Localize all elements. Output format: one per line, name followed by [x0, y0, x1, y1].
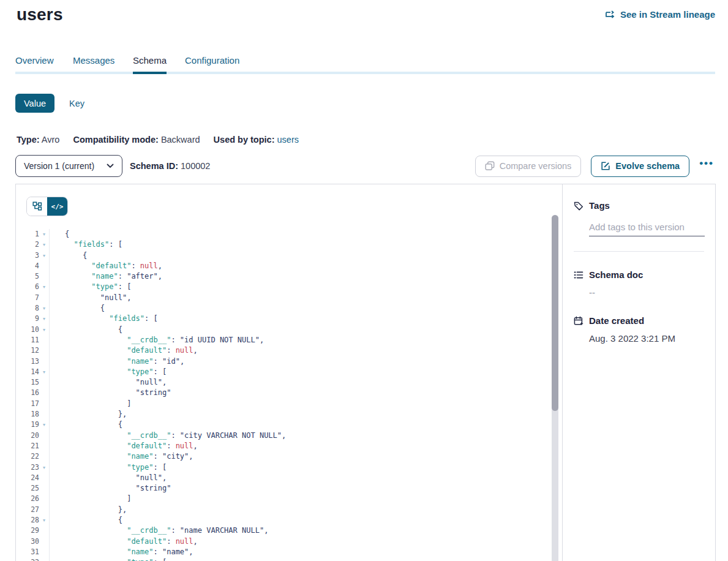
gutter-line[interactable]: 32▾: [16, 557, 49, 561]
fold-toggle-icon[interactable]: ▾: [39, 557, 49, 561]
code-line: "name": "name",: [65, 547, 550, 557]
active-tab-indicator: [133, 72, 167, 74]
compatibility-label: Compatibility mode:: [73, 135, 158, 145]
tags-heading-label: Tags: [589, 200, 610, 211]
gutter-line[interactable]: 9▾: [16, 314, 49, 324]
gutter-line: 17: [16, 399, 49, 409]
gutter-line: 16: [16, 388, 49, 398]
gutter-line: 5: [16, 271, 49, 282]
tags-section-heading: Tags: [574, 200, 704, 211]
gutter-line: 20: [16, 431, 49, 441]
more-actions-button[interactable]: •••: [699, 157, 715, 175]
gutter-line: 15: [16, 377, 49, 388]
gutter-line[interactable]: 6▾: [16, 282, 49, 292]
gutter-line[interactable]: 10▾: [16, 325, 49, 335]
fold-spacer: [39, 547, 49, 557]
gutter-line[interactable]: 1▾: [16, 229, 49, 239]
fold-toggle-icon[interactable]: ▾: [39, 367, 49, 377]
fold-spacer: [39, 473, 49, 483]
fold-spacer: [39, 293, 49, 303]
fold-toggle-icon[interactable]: ▾: [39, 303, 49, 314]
fold-toggle-icon[interactable]: ▾: [39, 314, 49, 324]
stream-lineage-label: See in Stream lineage: [620, 9, 715, 20]
fold-spacer: [39, 537, 49, 547]
code-line: "default": null,: [65, 537, 550, 547]
tab-schema[interactable]: Schema: [133, 55, 167, 66]
fold-toggle-icon[interactable]: ▾: [39, 229, 49, 239]
sidebar-divider: [574, 251, 704, 252]
topic-link[interactable]: users: [277, 135, 299, 145]
gutter-line: 29: [16, 525, 49, 536]
fold-toggle-icon[interactable]: ▾: [39, 515, 49, 525]
code-line: },: [65, 409, 550, 420]
tab-overview[interactable]: Overview: [15, 55, 54, 66]
gutter-line[interactable]: 23▾: [16, 462, 49, 473]
editor-view-toggle: </>: [26, 197, 68, 216]
gutter-line: 7: [16, 293, 49, 303]
schema-sidebar: Tags Schema doc --: [562, 184, 715, 561]
key-toggle-button[interactable]: Key: [69, 99, 84, 108]
tab-underline-track: [15, 72, 715, 74]
gutter-line: 27: [16, 505, 49, 515]
stream-lineage-link[interactable]: See in Stream lineage: [606, 9, 715, 20]
gutter-line[interactable]: 28▾: [16, 515, 49, 525]
gutter-line: 24: [16, 473, 49, 483]
code-line: "type": [: [65, 462, 550, 473]
editor-scrollbar-thumb[interactable]: [552, 215, 558, 411]
fold-spacer: [39, 356, 49, 367]
evolve-schema-button[interactable]: Evolve schema: [591, 156, 689, 177]
code-line: "default": null,: [65, 441, 550, 451]
fold-toggle-icon[interactable]: ▾: [39, 325, 49, 335]
fold-spacer: [39, 494, 49, 504]
gutter: 1▾2▾3▾456▾78▾9▾10▾11121314▾1516171819▾20…: [16, 229, 50, 561]
code-lines: { "fields": [ { "default": null, "name":…: [65, 229, 550, 561]
gutter-line: 11: [16, 335, 49, 345]
gutter-line[interactable]: 19▾: [16, 420, 49, 430]
schema-id-value: 100002: [181, 161, 210, 171]
date-created-section-heading: Date created: [574, 315, 704, 326]
gutter-line[interactable]: 3▾: [16, 250, 49, 261]
gutter-line[interactable]: 8▾: [16, 303, 49, 314]
fold-spacer: [39, 399, 49, 409]
tree-view-icon: [32, 201, 42, 211]
fold-toggle-icon[interactable]: ▾: [39, 420, 49, 430]
fold-spacer: [39, 451, 49, 462]
value-key-toggle: Value Key: [15, 94, 84, 113]
schema-doc-value: --: [574, 287, 704, 298]
gutter-line[interactable]: 2▾: [16, 239, 49, 250]
schema-doc-heading-label: Schema doc: [589, 269, 643, 280]
tab-messages[interactable]: Messages: [73, 55, 114, 66]
page-title: users: [17, 5, 63, 24]
version-dropdown[interactable]: Version 1 (current): [15, 155, 122, 177]
fold-toggle-icon[interactable]: ▾: [39, 282, 49, 292]
gutter-line[interactable]: 14▾: [16, 367, 49, 377]
code-line: "default": null,: [65, 345, 550, 356]
fold-spacer: [39, 525, 49, 536]
code-line: "name": "city",: [65, 451, 550, 462]
fold-spacer: [39, 431, 49, 441]
code-line: {: [65, 303, 550, 314]
compatibility-value: Backward: [161, 135, 200, 145]
code-line: "__crdb__": "name VARCHAR NULL",: [65, 525, 550, 536]
schema-page: users See in Stream lineage Overview Mes…: [0, 0, 728, 561]
value-toggle-button[interactable]: Value: [15, 94, 54, 113]
fold-toggle-icon[interactable]: ▾: [39, 250, 49, 261]
tree-view-button[interactable]: [27, 197, 47, 216]
code-line: ]: [65, 399, 550, 409]
fold-toggle-icon[interactable]: ▾: [39, 239, 49, 250]
date-created-heading-label: Date created: [589, 315, 644, 326]
fold-spacer: [39, 483, 49, 494]
schema-meta-row: Type: Avro Compatibility mode: Backward …: [17, 135, 299, 145]
code-line: "fields": [: [65, 239, 550, 250]
compare-versions-button[interactable]: Compare versions: [475, 156, 582, 177]
used-by-topic-label: Used by topic:: [214, 135, 275, 145]
date-created-value: Aug. 3 2022 3:21 PM: [574, 333, 704, 344]
add-tags-input[interactable]: [589, 222, 705, 236]
code-view-button[interactable]: </>: [47, 197, 67, 216]
calendar-plus-icon: [574, 316, 584, 326]
fold-toggle-icon[interactable]: ▾: [39, 462, 49, 473]
tab-configuration[interactable]: Configuration: [185, 55, 244, 66]
code-line: "type": [: [65, 367, 550, 377]
evolve-schema-label: Evolve schema: [615, 161, 680, 171]
code-line: "string": [65, 388, 550, 398]
